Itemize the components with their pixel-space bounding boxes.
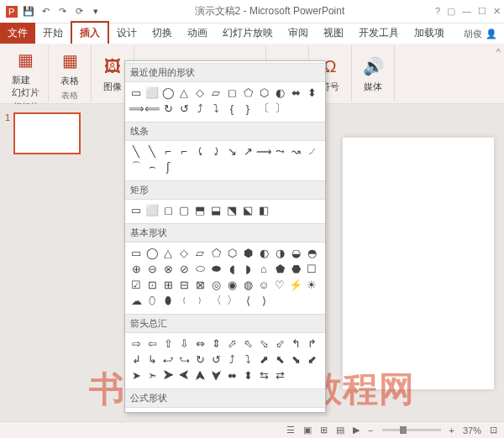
tab-file[interactable]: 文件 (0, 23, 35, 44)
shape-item[interactable]: ↺ (176, 101, 192, 116)
shape-item[interactable]: ⤸ (208, 143, 223, 159)
shape-item[interactable]: ⬌ (224, 368, 239, 383)
shape-item[interactable]: ⬢ (240, 245, 255, 260)
shape-item[interactable]: ▭ (129, 85, 144, 100)
shape-item[interactable]: ⬠ (208, 245, 223, 260)
shape-item[interactable]: ⊗ (160, 261, 176, 276)
shape-item[interactable]: ◑ (272, 245, 287, 260)
ribbon-collapse-icon[interactable]: ^ (496, 47, 501, 57)
shape-item[interactable]: ⚡ (288, 277, 303, 292)
shape-item[interactable]: ⊘ (176, 261, 192, 276)
shape-item[interactable]: △ (176, 85, 192, 100)
qat-more-icon[interactable]: ▾ (89, 5, 102, 18)
shape-item[interactable]: ◇ (192, 85, 207, 100)
tab-developer[interactable]: 开发工具 (351, 23, 407, 44)
tab-home[interactable]: 开始 (35, 23, 71, 44)
shape-item[interactable]: ↳ (144, 352, 160, 367)
shape-item[interactable]: ⤵ (208, 101, 223, 116)
shape-item[interactable]: ↗ (240, 143, 255, 159)
slideshow-view-icon[interactable]: ▶ (353, 425, 360, 435)
shape-item[interactable]: ▢ (176, 202, 192, 217)
shape-item[interactable]: ⬍ (240, 368, 255, 383)
shape-item[interactable]: ▭ (129, 202, 144, 217)
shape-item[interactable]: ▱ (208, 85, 223, 100)
shape-item[interactable]: ◇ (176, 245, 192, 260)
redo-icon[interactable]: ↷ (55, 5, 69, 18)
slide-thumbnail[interactable]: 1 (5, 112, 87, 154)
shape-item[interactable]: ⊠ (192, 277, 207, 292)
shape-item[interactable]: ⬮ (160, 293, 176, 308)
shape-item[interactable]: ↲ (129, 352, 144, 367)
zoom-out-icon[interactable]: − (368, 425, 373, 435)
shape-item[interactable]: ﹛ (176, 293, 192, 308)
shape-item[interactable]: ↱ (304, 336, 319, 351)
shape-item[interactable]: ʃ (160, 159, 176, 175)
shape-item[interactable]: ↻ (160, 101, 176, 116)
shape-item[interactable]: ⬜ (144, 202, 160, 217)
shape-item[interactable]: ▭ (129, 245, 144, 260)
shape-item[interactable]: ◐ (272, 85, 287, 100)
sorter-view-icon[interactable]: ⊞ (320, 425, 328, 435)
maximize-icon[interactable]: ☐ (478, 6, 486, 17)
shape-item[interactable]: ↰ (288, 336, 303, 351)
zoom-in-icon[interactable]: + (449, 425, 454, 435)
shape-item[interactable]: ⬬ (208, 261, 223, 276)
shape-item[interactable]: + (129, 410, 144, 413)
shape-item[interactable]: ⟿ (256, 143, 271, 159)
shape-item[interactable]: ⟨ (240, 293, 255, 308)
reading-view-icon[interactable]: ▤ (336, 425, 344, 435)
shape-item[interactable]: ◉ (224, 277, 239, 292)
shape-item[interactable]: ⟋ (304, 143, 319, 159)
shape-item[interactable]: 〈 (208, 293, 223, 308)
shape-item[interactable]: ⮑ (176, 352, 192, 367)
shape-item[interactable]: ◎ (208, 277, 223, 292)
shape-item[interactable]: ⬀ (224, 336, 239, 351)
shape-item[interactable]: ⬡ (256, 85, 271, 100)
shape-item[interactable]: ◗ (240, 261, 255, 276)
shape-item[interactable]: ◍ (240, 277, 255, 292)
shape-item[interactable]: ⊡ (144, 277, 160, 292)
shape-item[interactable]: ⬊ (288, 352, 303, 367)
shape-item[interactable]: ☑ (129, 277, 144, 292)
media-button[interactable]: 🔊 媒体 (357, 52, 389, 95)
shape-item[interactable]: ☐ (304, 261, 319, 276)
shape-item[interactable]: ⟸ (144, 101, 160, 116)
shape-item[interactable]: ↻ (192, 352, 207, 367)
shape-item[interactable]: ⤹ (192, 143, 207, 159)
tab-slideshow[interactable]: 幻灯片放映 (215, 23, 281, 44)
shape-item[interactable]: ⬈ (256, 352, 271, 367)
shape-item[interactable]: ⌂ (256, 261, 271, 276)
shape-item[interactable]: ↘ (224, 143, 239, 159)
shape-item[interactable]: ⬉ (272, 352, 287, 367)
shape-item[interactable]: ﹜ (192, 293, 207, 308)
shape-item[interactable]: ╲ (129, 143, 144, 159)
close-icon[interactable]: ✕ (493, 6, 501, 17)
shape-item[interactable]: ⬃ (272, 336, 287, 351)
shape-item[interactable]: ⬭ (192, 261, 207, 276)
shape-item[interactable]: ⇦ (144, 336, 160, 351)
shape-item[interactable]: ◓ (304, 245, 319, 260)
zoom-slider[interactable] (382, 429, 441, 431)
shape-item[interactable]: ⮐ (160, 352, 176, 367)
user-account[interactable]: 胡俊👤 (457, 24, 504, 44)
shape-item[interactable]: } (240, 101, 255, 116)
shape-item[interactable]: 〕 (272, 101, 287, 116)
shape-item[interactable]: ⬋ (304, 352, 319, 367)
fit-to-window-icon[interactable]: ⊡ (490, 425, 497, 435)
shape-item[interactable]: ⬂ (256, 336, 271, 351)
shape-item[interactable]: ◧ (256, 202, 271, 217)
shape-item[interactable]: ╲ (144, 143, 160, 159)
repeat-icon[interactable]: ⟳ (72, 5, 86, 18)
shape-item[interactable]: ⇄ (272, 368, 287, 383)
shape-item[interactable]: ⬡ (224, 245, 239, 260)
slide[interactable] (343, 138, 494, 389)
shape-item[interactable]: ⮟ (208, 368, 223, 383)
shape-item[interactable]: ◯ (144, 245, 160, 260)
shape-item[interactable]: ♡ (272, 277, 287, 292)
shape-item[interactable]: ≠ (208, 410, 223, 413)
shape-item[interactable]: ⬔ (224, 202, 239, 217)
shape-item[interactable]: ↺ (208, 352, 223, 367)
shape-item[interactable]: ⬓ (208, 202, 223, 217)
shape-item[interactable]: ⬜ (144, 85, 160, 100)
shape-item[interactable]: ⇕ (208, 336, 223, 351)
